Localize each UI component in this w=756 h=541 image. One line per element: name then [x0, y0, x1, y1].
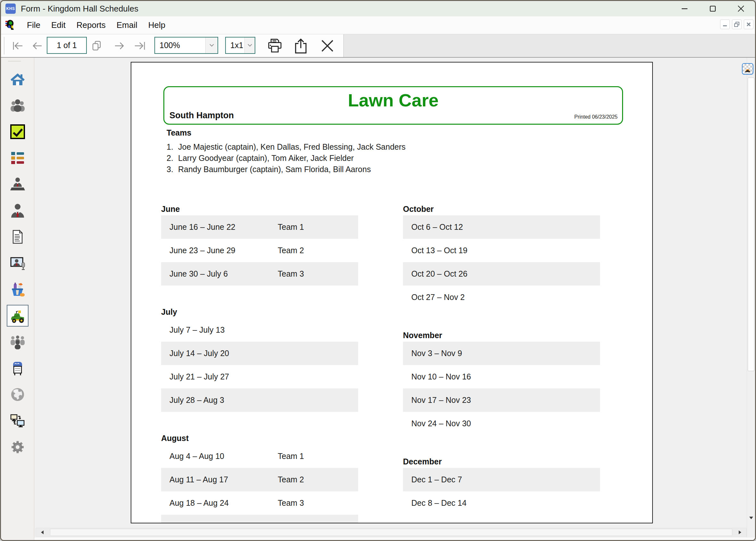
date-range: Nov 17 – Nov 23	[411, 395, 520, 405]
doc-close-button[interactable]	[744, 20, 753, 29]
preview-thumbnail-button[interactable]	[742, 63, 753, 75]
sidebar	[1, 58, 34, 540]
previous-page-button[interactable]	[31, 41, 43, 51]
date-range: July 7 – July 13	[169, 325, 278, 334]
sidebar-home-button[interactable]	[10, 72, 25, 87]
team-assignment: Team 1	[278, 452, 304, 461]
window-title: Form - Kingdom Hall Schedules	[21, 4, 138, 14]
menu-help[interactable]: Help	[143, 18, 171, 32]
date-range: Aug 18 – Aug 24	[169, 498, 278, 508]
person-icon	[10, 203, 25, 218]
khs-app-icon: KHS	[5, 4, 16, 14]
minimize-button[interactable]	[670, 1, 699, 16]
schedule-row: Oct 6 – Oct 12	[403, 216, 600, 239]
team-assignment: Team 2	[278, 475, 304, 484]
date-range: Nov 3 – Nov 9	[411, 349, 520, 358]
export-button[interactable]	[293, 38, 309, 54]
date-range: June 23 – June 29	[169, 246, 278, 255]
globe-icon	[10, 387, 25, 402]
page-indicator[interactable]: 1 of 1	[47, 37, 87, 54]
print-button[interactable]	[266, 38, 284, 54]
sidebar-cleaning-button[interactable]	[10, 282, 25, 297]
schedule-row: Aug 11 – Aug 17Team 2	[161, 468, 358, 491]
copy-page-button[interactable]	[91, 40, 102, 52]
gear-icon	[10, 439, 25, 455]
sidebar-globe-button[interactable]	[10, 387, 25, 402]
grid-layout-select[interactable]: 1x1	[225, 37, 255, 54]
date-range: July 28 – Aug 3	[169, 395, 278, 405]
vertical-scrollbar-thumb[interactable]	[748, 78, 754, 371]
menu-reports[interactable]: Reports	[71, 18, 111, 32]
scroll-down-button[interactable]	[747, 513, 755, 522]
sidebar-lawn-care-button[interactable]	[10, 308, 25, 323]
scroll-right-icon	[738, 530, 742, 535]
doc-close-icon	[746, 22, 751, 27]
literature-cart-icon	[10, 360, 25, 376]
grid-dropdown-button[interactable]	[244, 38, 255, 53]
month-heading: December	[403, 457, 600, 468]
maximize-button[interactable]	[699, 1, 727, 16]
sidebar-video-mic-button[interactable]	[10, 256, 25, 271]
sidebar-document-button[interactable]	[10, 229, 25, 245]
scroll-right-button[interactable]	[734, 528, 746, 537]
computer-sync-icon	[10, 413, 25, 428]
team-assignment: Team 3	[278, 498, 304, 508]
last-page-button[interactable]	[133, 41, 146, 51]
checkbox-icon	[10, 124, 25, 140]
export-icon	[293, 38, 309, 54]
menu-email[interactable]: Email	[111, 18, 143, 32]
menubar: File Edit Reports Email Help	[1, 16, 755, 34]
vertical-scrollbar[interactable]	[747, 58, 755, 540]
doc-restore-button[interactable]	[732, 20, 742, 29]
first-page-icon	[12, 41, 24, 51]
printed-date: Printed 06/23/2025	[574, 114, 618, 120]
first-page-button[interactable]	[12, 41, 24, 51]
toolbar-handle	[4, 37, 4, 55]
teams-heading: Teams	[166, 128, 455, 138]
date-range: Aug 25 – Aug 31	[169, 522, 278, 523]
date-range: June 30 – July 6	[169, 269, 278, 278]
team-line: 1.Joe Majestic (captain), Ken Dallas, Fr…	[166, 141, 455, 153]
schedule-row: June 30 – July 6Team 3	[161, 262, 358, 285]
sidebar-person-button[interactable]	[10, 203, 25, 218]
schedule-row: June 23 – June 29Team 2	[161, 239, 358, 262]
date-range: Aug 4 – Aug 10	[169, 452, 278, 461]
scroll-down-icon	[749, 516, 753, 520]
scroll-left-button[interactable]	[37, 528, 48, 537]
close-preview-button[interactable]	[320, 38, 335, 53]
sidebar-settings-button[interactable]	[10, 439, 25, 455]
schedule-row: July 14 – July 20	[161, 342, 358, 365]
scroll-left-icon	[41, 530, 44, 535]
sidebar-people-button[interactable]	[10, 98, 25, 113]
menu-file[interactable]: File	[21, 18, 46, 32]
toolbar: 1 of 1 100% 1x1	[1, 34, 755, 58]
schedule-row: July 28 – Aug 3	[161, 388, 358, 412]
menu-edit[interactable]: Edit	[46, 18, 71, 32]
date-range: June 16 – June 22	[169, 223, 278, 232]
next-page-button[interactable]	[114, 41, 125, 51]
schedule-row: Oct 27 – Nov 2	[403, 285, 600, 309]
month-block: OctoberOct 6 – Oct 12Oct 13 – Oct 19Oct …	[403, 205, 600, 309]
zoom-dropdown-button[interactable]	[205, 38, 217, 53]
horizontal-scrollbar[interactable]	[36, 528, 747, 537]
sidebar-checkbox-button[interactable]	[10, 124, 25, 140]
close-button[interactable]	[727, 1, 755, 16]
date-range: Aug 11 – Aug 17	[169, 475, 278, 484]
schedule-row: Aug 4 – Aug 10Team 1	[161, 444, 358, 468]
toolbar-fill	[344, 34, 755, 57]
chevron-down-icon	[247, 44, 252, 47]
sidebar-sync-button[interactable]	[10, 413, 25, 428]
people-group-icon	[10, 98, 25, 113]
sidebar-cart-button[interactable]	[10, 360, 25, 376]
zoom-select[interactable]: 100%	[154, 37, 218, 54]
doc-minimize-button[interactable]	[720, 20, 730, 29]
schedule-row: Oct 20 – Oct 26	[403, 262, 600, 285]
month-heading: June	[161, 205, 358, 216]
doc-minimize-icon	[722, 22, 727, 27]
thumbnail-icon	[743, 66, 752, 74]
sidebar-lecturer-button[interactable]	[10, 177, 25, 192]
sidebar-list-button[interactable]	[10, 150, 25, 166]
sidebar-crowd-button[interactable]	[10, 334, 25, 350]
horizontal-scrollbar-thumb[interactable]	[50, 529, 732, 536]
bottom-strip	[34, 537, 755, 540]
